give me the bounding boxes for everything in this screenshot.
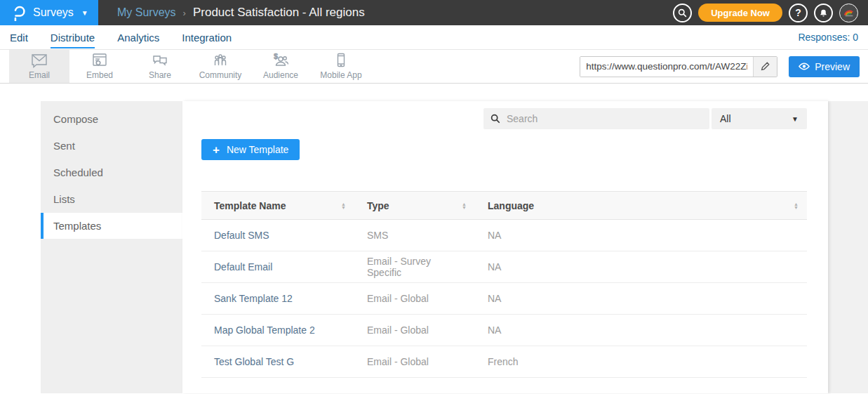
chevron-down-icon: ▼ [792,115,799,123]
topbar-actions: Upgrade Now ? [673,0,868,25]
toolbar-item-label: Email [29,70,50,80]
column-label: Type [367,200,389,211]
user-avatar[interactable] [839,4,858,22]
table-row: Default SMSSMSNA [201,220,807,251]
sidebar-item-templates[interactable]: Templates [41,213,182,239]
breadcrumb: My Surveys › Product Satisfaction - All … [98,0,673,25]
toolbar-item-label: Embed [86,70,113,80]
table-row: Default EmailEmail - Survey SpecificNA [201,251,807,283]
column-header-template-name[interactable]: Template Name▲▼ [201,192,354,220]
template-name-cell[interactable]: Default Email [201,251,354,283]
template-name-cell[interactable]: Sank Template 12 [201,283,354,315]
questionpro-logo-icon [11,4,27,21]
template-language-cell: NA [475,220,807,251]
email-sidebar: ComposeSentScheduledListsTemplates [41,101,182,393]
sidebar-item-scheduled[interactable]: Scheduled [41,159,182,185]
templates-panel: All ▼ + New Template Template Name▲▼Type… [182,101,828,393]
template-language-cell: NA [475,315,807,346]
template-language-cell: NA [475,283,807,315]
global-search-button[interactable] [673,4,692,22]
tab-integration[interactable]: Integration [182,27,232,48]
upgrade-now-button[interactable]: Upgrade Now [698,4,782,22]
preview-button[interactable]: Preview [789,56,860,77]
toolbar-item-embed[interactable]: Embed [69,50,130,83]
preview-label: Preview [815,61,850,72]
filter-selected-value: All [720,113,731,124]
svg-text:$: $ [274,52,278,60]
distribute-toolbar: EmailEmbedShareCommunity$AudienceMobile … [0,50,868,84]
responses-count[interactable]: Responses: 0 [798,32,858,43]
breadcrumb-separator: › [183,8,186,18]
avatar-logo-icon [843,7,855,18]
tab-edit[interactable]: Edit [10,27,28,48]
toolbar-item-share[interactable]: Share [130,50,190,83]
mobile-app-icon [332,51,350,69]
template-name-cell[interactable]: Default SMS [201,220,354,251]
toolbar-item-label: Community [199,70,242,80]
table-row: Test Global Test GEmail - GlobalFrench [201,346,807,378]
column-header-language[interactable]: Language▲▼ [475,192,807,220]
toolbar-item-audience[interactable]: $Audience [251,50,311,83]
breadcrumb-my-surveys[interactable]: My Surveys [117,6,176,19]
template-name-cell[interactable]: Map Global Template 2 [201,315,354,346]
chevron-down-icon: ▼ [81,9,88,17]
table-row: Sank Template 12Email - GlobalNA [201,283,807,315]
toolbar-item-label: Audience [263,70,298,80]
template-type-cell: Email - Global [354,283,475,315]
community-icon [211,51,229,69]
share-icon [151,51,169,69]
column-label: Language [488,200,534,211]
help-button[interactable]: ? [789,4,808,22]
type-filter-dropdown[interactable]: All ▼ [712,108,807,129]
embed-icon [91,51,109,69]
column-header-type[interactable]: Type▲▼ [354,192,475,220]
product-switcher[interactable]: Surveys ▼ [0,0,98,25]
sidebar-item-sent[interactable]: Sent [41,133,182,159]
new-template-label: New Template [227,144,288,155]
content-area: ComposeSentScheduledListsTemplates All ▼… [0,84,868,393]
product-name: Surveys [33,6,74,19]
survey-title: Product Satisfaction - All regions [193,6,365,20]
template-type-cell: SMS [354,220,475,251]
column-label: Template Name [214,200,286,211]
toolbar-item-label: Mobile App [320,70,361,80]
template-type-cell: Email - Global [354,315,475,346]
survey-url-field [580,56,777,77]
sidebar-item-lists[interactable]: Lists [41,186,182,212]
sort-icon[interactable]: ▲▼ [341,202,346,209]
plus-icon: + [213,144,220,156]
template-language-cell: NA [475,251,807,283]
eye-icon [799,63,810,70]
top-bar: Surveys ▼ My Surveys › Product Satisfact… [0,0,868,25]
toolbar-item-label: Share [149,70,171,80]
survey-nav-tabs: EditDistributeAnalyticsIntegration Respo… [0,25,868,50]
search-icon [490,114,500,124]
table-row: Map Global Template 2Email - GlobalNA [201,315,807,346]
edit-url-button[interactable] [753,57,777,77]
toolbar-item-mobile-app[interactable]: Mobile App [311,50,371,83]
toolbar-item-community[interactable]: Community [190,50,251,83]
sort-icon[interactable]: ▲▼ [794,202,799,209]
bell-icon [819,8,828,18]
template-type-cell: Email - Survey Specific [354,251,475,283]
tab-distribute[interactable]: Distribute [51,27,95,48]
pencil-icon [761,62,770,71]
template-language-cell: French [475,346,807,378]
right-gutter [828,101,868,393]
search-icon [678,8,687,18]
sidebar-item-compose[interactable]: Compose [41,106,182,132]
template-type-cell: Email - Global [354,346,475,378]
notifications-button[interactable] [814,4,833,22]
email-icon [30,51,48,69]
template-name-cell[interactable]: Test Global Test G [201,346,354,378]
new-template-button[interactable]: + New Template [201,139,300,160]
template-search-input[interactable] [507,113,702,124]
tab-analytics[interactable]: Analytics [117,27,159,48]
templates-table: Template Name▲▼Type▲▼Language▲▼ Default … [201,191,807,378]
audience-icon: $ [271,51,291,69]
sort-icon[interactable]: ▲▼ [462,202,467,209]
toolbar-item-email[interactable]: Email [9,50,69,83]
survey-url-input[interactable] [580,57,753,77]
template-search-box [483,108,709,129]
left-gutter [0,101,41,393]
